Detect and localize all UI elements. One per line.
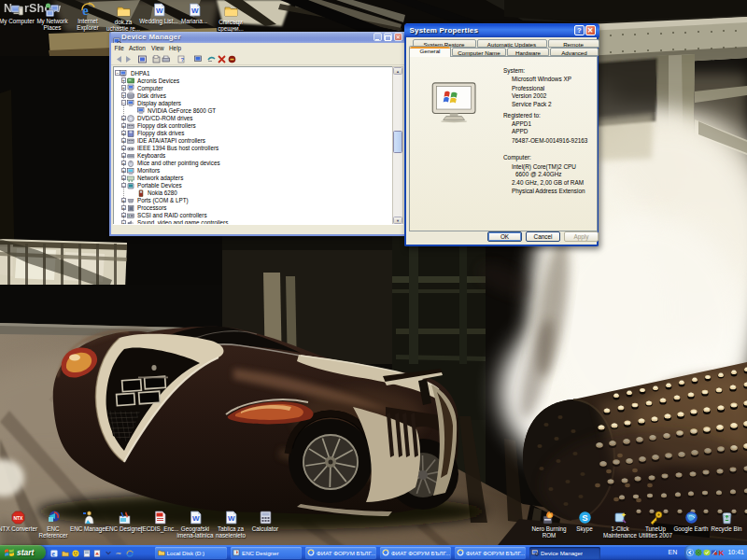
svg-text:NTX: NTX [13, 515, 23, 521]
svg-text:W: W [192, 514, 200, 523]
svg-text:?: ? [181, 57, 185, 63]
svg-text:W: W [156, 7, 163, 15]
svg-text:S: S [582, 512, 587, 523]
svg-text:W: W [191, 7, 199, 15]
svg-text:W: W [228, 514, 235, 523]
svg-text:K: K [719, 549, 725, 556]
